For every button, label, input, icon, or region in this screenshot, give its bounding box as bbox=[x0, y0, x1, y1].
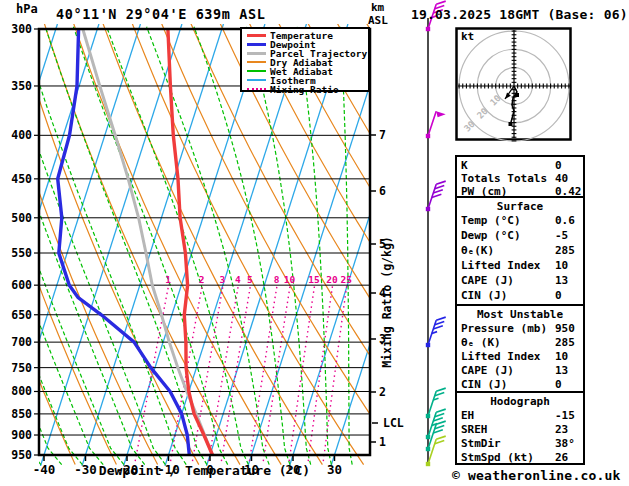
panel-row-label: CIN (J) bbox=[461, 378, 507, 391]
legend-line-sample bbox=[247, 88, 266, 90]
panel-row-label: Pressure (mb) bbox=[461, 322, 547, 335]
panel-row-label: Lifted Index bbox=[461, 259, 540, 272]
panel-row: StmDir38° bbox=[457, 437, 583, 451]
legend-line-sample bbox=[247, 43, 266, 46]
panel-row-value: 23 bbox=[555, 423, 568, 436]
pressure-tick-labels: 3003504004505005506006507007508008509009… bbox=[11, 22, 39, 462]
panel-row-value: 285 bbox=[555, 336, 575, 349]
legend-item: Wet Adiabat bbox=[242, 66, 368, 75]
panel-row-value: 38° bbox=[555, 437, 575, 450]
panel-row-value: 950 bbox=[555, 322, 575, 335]
panel-row-value: -5 bbox=[555, 229, 568, 242]
panel-row: θₑ (K)285 bbox=[457, 336, 583, 350]
panel-row-value: 0 bbox=[555, 378, 562, 391]
panel-row-label: CAPE (J) bbox=[461, 364, 514, 377]
svg-text:6: 6 bbox=[379, 184, 386, 198]
legend-line-sample bbox=[247, 34, 266, 37]
copyright-credit: © weatheronline.co.uk bbox=[452, 469, 621, 482]
panel-row: CAPE (J)13 bbox=[457, 364, 583, 378]
skewt-sounding-screenshot: 3003504004505005506006507007508008509009… bbox=[0, 0, 629, 486]
legend-item: Temperature bbox=[242, 30, 368, 39]
legend-line-sample bbox=[247, 61, 266, 63]
chart-legend: TemperatureDewpointParcel TrajectoryDry … bbox=[240, 27, 370, 92]
hodograph-unit-label: kt bbox=[461, 31, 474, 42]
mixing-ratio-axis-label: Mixing Ratio (g/kg) bbox=[380, 236, 394, 368]
svg-text:25: 25 bbox=[340, 274, 352, 285]
panel-hodograph: Hodograph EH-15SREH23StmDir38°StmSpd (kt… bbox=[455, 391, 585, 465]
wind-barb bbox=[426, 181, 446, 211]
svg-text:3: 3 bbox=[220, 274, 226, 285]
panel-row-label: Lifted Index bbox=[461, 350, 540, 363]
svg-text:15: 15 bbox=[308, 274, 320, 285]
svg-text:300: 300 bbox=[11, 22, 32, 36]
svg-text:1: 1 bbox=[379, 435, 386, 449]
svg-text:950: 950 bbox=[11, 448, 32, 462]
panel-row: Lifted Index10 bbox=[457, 350, 583, 364]
panel-row-value: 285 bbox=[555, 244, 575, 257]
svg-text:10: 10 bbox=[284, 274, 296, 285]
panel-row: Dewp (°C)-5 bbox=[457, 229, 583, 244]
wind-barb bbox=[426, 111, 446, 138]
panel-row: Lifted Index10 bbox=[457, 259, 583, 274]
panel-row-label: Dewp (°C) bbox=[461, 229, 521, 242]
panel-row: Totals Totals40 bbox=[457, 172, 583, 185]
panel-row-label: θₑ(K) bbox=[461, 244, 494, 257]
legend-item: Dewpoint bbox=[242, 39, 368, 48]
panel-row-value: 10 bbox=[555, 350, 568, 363]
x-axis-label: Dewpoint / Temperature (°C) bbox=[39, 464, 370, 477]
panel-row: Temp (°C)0.6 bbox=[457, 214, 583, 229]
svg-text:550: 550 bbox=[11, 246, 32, 260]
legend-line-sample bbox=[247, 79, 266, 81]
pressure-axis-unit-label: hPa bbox=[16, 3, 38, 15]
panel-row-label: CIN (J) bbox=[461, 289, 507, 302]
panel-row-label: K bbox=[461, 159, 468, 172]
svg-text:7: 7 bbox=[379, 128, 386, 142]
svg-text:450: 450 bbox=[11, 172, 32, 186]
panel-row: EH-15 bbox=[457, 409, 583, 423]
panel-row: K0 bbox=[457, 159, 583, 172]
legend-item: Mixing Ratio bbox=[242, 84, 368, 93]
svg-text:750: 750 bbox=[11, 361, 32, 375]
legend-item: Isotherm bbox=[242, 75, 368, 84]
panel-row-value: 13 bbox=[555, 274, 568, 287]
panel-row-label: Temp (°C) bbox=[461, 214, 521, 227]
panel-row-label: Totals Totals bbox=[461, 172, 547, 185]
svg-text:350: 350 bbox=[11, 79, 32, 93]
panel-most-unstable: Most Unstable Pressure (mb)950θₑ (K)285L… bbox=[455, 304, 585, 393]
panel-surface: Surface Temp (°C)0.6Dewp (°C)-5θₑ(K)285L… bbox=[455, 196, 585, 306]
panel-row: CIN (J)0 bbox=[457, 289, 583, 304]
panel-row-label: StmSpd (kt) bbox=[461, 451, 534, 464]
panel-row-label: StmDir bbox=[461, 437, 501, 450]
svg-text:400: 400 bbox=[11, 128, 32, 142]
panel-row-value: 0 bbox=[555, 159, 562, 172]
panel-row-value: 13 bbox=[555, 364, 568, 377]
svg-text:650: 650 bbox=[11, 308, 32, 322]
panel-hodograph-header: Hodograph bbox=[457, 395, 583, 409]
svg-text:850: 850 bbox=[11, 407, 32, 421]
svg-text:800: 800 bbox=[11, 384, 32, 398]
legend-line-sample bbox=[247, 52, 266, 55]
panel-row-value: 10 bbox=[555, 259, 568, 272]
panel-row-label: CAPE (J) bbox=[461, 274, 514, 287]
legend-item: Parcel Trajectory bbox=[242, 48, 368, 57]
svg-text:2: 2 bbox=[379, 385, 386, 399]
panel-surface-header: Surface bbox=[457, 200, 583, 214]
panel-row-label: θₑ (K) bbox=[461, 336, 501, 349]
svg-text:500: 500 bbox=[11, 211, 32, 225]
legend-item: Dry Adiabat bbox=[242, 57, 368, 66]
wind-barb bbox=[426, 317, 446, 347]
panel-row-value: 0.6 bbox=[555, 214, 575, 227]
panel-row: CAPE (J)13 bbox=[457, 274, 583, 289]
svg-text:LCL: LCL bbox=[383, 416, 404, 430]
svg-text:20: 20 bbox=[326, 274, 338, 285]
altitude-axis-km-label: km bbox=[371, 2, 384, 13]
panel-row: StmSpd (kt)26 bbox=[457, 451, 583, 465]
panel-row-label: EH bbox=[461, 409, 474, 422]
run-date-label: 19.03.2025 18GMT (Base: 06) bbox=[411, 8, 628, 21]
panel-row: θₑ(K)285 bbox=[457, 244, 583, 259]
panel-row: Pressure (mb)950 bbox=[457, 322, 583, 336]
legend-line-sample bbox=[247, 70, 266, 72]
station-title: 40°11'N 29°04'E 639m ASL bbox=[56, 8, 265, 22]
wind-barb-column bbox=[426, 1, 446, 466]
svg-text:5: 5 bbox=[247, 274, 253, 285]
